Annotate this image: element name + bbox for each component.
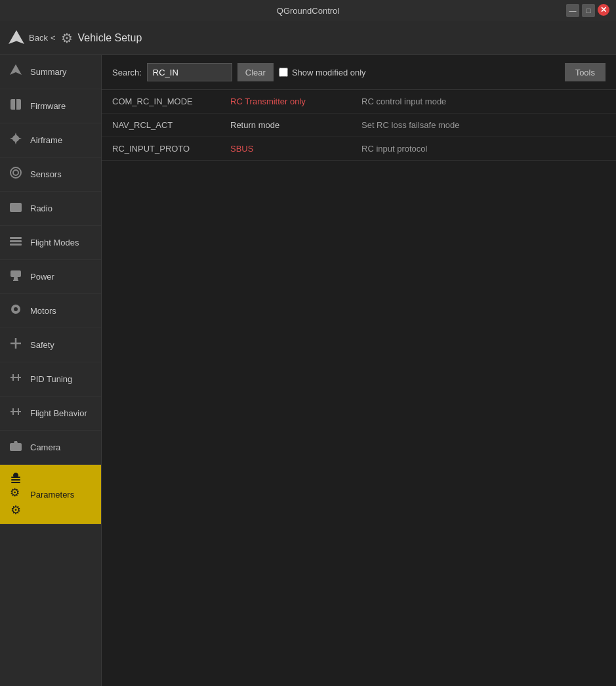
safety-icon bbox=[8, 336, 24, 354]
param-description: RC input protocol bbox=[361, 144, 427, 154]
sidebar-label-sensors: Sensors bbox=[30, 169, 62, 179]
app-logo-icon bbox=[7, 28, 26, 48]
svg-point-12 bbox=[14, 205, 18, 209]
page-title: Vehicle Setup bbox=[78, 32, 142, 44]
params-table: COM_RC_IN_MODE RC Transmitter only RC co… bbox=[102, 90, 616, 686]
gear-icon: ⚙ bbox=[61, 30, 73, 46]
tools-button[interactable]: Tools bbox=[565, 63, 606, 81]
minimize-button[interactable]: — bbox=[566, 4, 579, 17]
camera-icon bbox=[8, 439, 24, 456]
sidebar-label-summary: Summary bbox=[30, 67, 67, 77]
svg-marker-0 bbox=[9, 30, 24, 44]
search-input[interactable] bbox=[147, 63, 232, 81]
svg-point-4 bbox=[12, 135, 19, 142]
sidebar-item-parameters[interactable]: ⚙ ⚙ Parameters bbox=[0, 465, 101, 525]
sidebar-item-motors[interactable]: Motors bbox=[0, 294, 101, 328]
param-value: Return mode bbox=[230, 120, 361, 130]
close-button[interactable]: ✕ bbox=[598, 4, 609, 16]
param-value: RC Transmitter only bbox=[230, 96, 361, 106]
sidebar-label-radio: Radio bbox=[30, 204, 52, 213]
sidebar-item-pid-tuning[interactable]: PID Tuning bbox=[0, 362, 101, 397]
svg-rect-13 bbox=[10, 237, 22, 239]
param-name: COM_RC_IN_MODE bbox=[112, 96, 230, 106]
sensors-icon bbox=[8, 165, 24, 183]
svg-rect-34 bbox=[11, 479, 20, 481]
sidebar-item-summary[interactable]: Summary bbox=[0, 55, 101, 89]
main-layout: Summary Firmware Airframe Sensors Radio bbox=[0, 55, 616, 686]
back-button[interactable]: Back < bbox=[29, 33, 56, 43]
svg-point-9 bbox=[13, 170, 18, 175]
sidebar-item-sensors[interactable]: Sensors bbox=[0, 158, 101, 192]
maximize-button[interactable]: □ bbox=[582, 4, 595, 17]
parameters-icon: ⚙ ⚙ bbox=[8, 471, 24, 517]
svg-marker-1 bbox=[10, 64, 22, 75]
table-row[interactable]: NAV_RCL_ACT Return mode Set RC loss fail… bbox=[102, 114, 616, 137]
svg-point-10 bbox=[10, 167, 21, 178]
sidebar-item-power[interactable]: Power bbox=[0, 260, 101, 294]
airframe-icon bbox=[8, 131, 24, 149]
svg-point-31 bbox=[14, 445, 18, 449]
param-description: RC control input mode bbox=[361, 96, 446, 106]
param-value: SBUS bbox=[230, 144, 361, 154]
svg-text:⚙: ⚙ bbox=[10, 486, 20, 499]
sidebar-label-power: Power bbox=[30, 272, 54, 282]
svg-point-20 bbox=[14, 307, 18, 311]
sidebar-item-camera[interactable]: Camera bbox=[0, 431, 101, 465]
table-row[interactable]: COM_RC_IN_MODE RC Transmitter only RC co… bbox=[102, 90, 616, 114]
sidebar-item-radio[interactable]: Radio bbox=[0, 192, 101, 226]
firmware-icon bbox=[8, 97, 24, 115]
search-label: Search: bbox=[112, 68, 142, 77]
sidebar-item-flight-modes[interactable]: Flight Modes bbox=[0, 226, 101, 260]
svg-rect-15 bbox=[10, 244, 22, 246]
sidebar-item-flight-behavior[interactable]: Flight Behavior bbox=[0, 397, 101, 431]
param-name: NAV_RCL_ACT bbox=[112, 120, 230, 130]
search-bar: Search: Clear Show modified only Tools bbox=[102, 55, 616, 90]
content-area: Search: Clear Show modified only Tools C… bbox=[102, 55, 616, 686]
sidebar-label-parameters: Parameters bbox=[30, 490, 74, 500]
sidebar-item-safety[interactable]: Safety bbox=[0, 328, 101, 362]
back-chevron: < bbox=[51, 33, 56, 43]
sidebar: Summary Firmware Airframe Sensors Radio bbox=[0, 55, 102, 686]
window-controls: — □ ✕ bbox=[566, 4, 609, 17]
sidebar-item-airframe[interactable]: Airframe bbox=[0, 123, 101, 158]
sidebar-label-safety: Safety bbox=[30, 340, 54, 350]
svg-rect-14 bbox=[10, 240, 22, 242]
sidebar-item-firmware[interactable]: Firmware bbox=[0, 89, 101, 123]
show-modified-checkbox-wrapper[interactable]: Show modified only bbox=[279, 68, 366, 77]
show-modified-checkbox[interactable] bbox=[279, 68, 288, 77]
motors-icon bbox=[8, 302, 24, 320]
power-icon bbox=[8, 268, 24, 286]
svg-rect-35 bbox=[11, 482, 20, 483]
pid-tuning-icon bbox=[8, 370, 24, 388]
flight-modes-icon bbox=[8, 234, 24, 251]
clear-button[interactable]: Clear bbox=[237, 63, 274, 81]
back-label: Back bbox=[29, 33, 48, 43]
sidebar-label-camera: Camera bbox=[30, 442, 60, 452]
svg-rect-33 bbox=[11, 477, 20, 478]
param-name: RC_INPUT_PROTO bbox=[112, 144, 230, 154]
radio-icon bbox=[8, 200, 24, 217]
param-description: Set RC loss failsafe mode bbox=[361, 120, 460, 130]
sidebar-label-flight-behavior: Flight Behavior bbox=[30, 408, 87, 418]
show-modified-label: Show modified only bbox=[292, 68, 366, 77]
sidebar-label-flight-modes: Flight Modes bbox=[30, 238, 79, 247]
table-row[interactable]: RC_INPUT_PROTO SBUS RC input protocol bbox=[102, 137, 616, 161]
flight-behavior-icon bbox=[8, 404, 24, 422]
header-nav: Back < ⚙ Vehicle Setup bbox=[0, 21, 616, 55]
sidebar-label-motors: Motors bbox=[30, 306, 56, 316]
svg-rect-16 bbox=[10, 270, 21, 277]
titlebar: QGroundControl — □ ✕ bbox=[0, 0, 616, 21]
sidebar-label-firmware: Firmware bbox=[30, 101, 66, 111]
sidebar-label-pid-tuning: PID Tuning bbox=[30, 374, 72, 384]
app-title: QGroundControl bbox=[277, 6, 339, 16]
summary-icon bbox=[8, 63, 24, 81]
sidebar-label-airframe: Airframe bbox=[30, 135, 62, 145]
